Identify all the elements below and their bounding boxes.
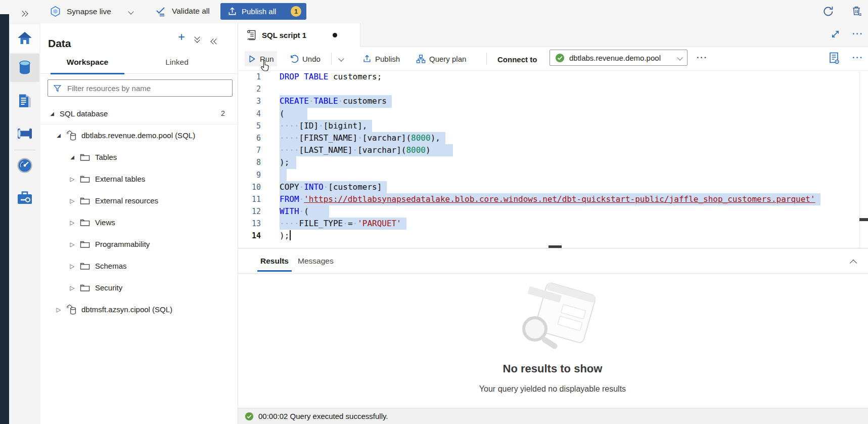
connected-pool-name: dbtlabs.revenue.demo.pool — [569, 54, 673, 62]
add-resource-button[interactable]: + — [178, 31, 185, 43]
code-line-text: COPY·INTO·[customers] — [280, 181, 387, 193]
run-button[interactable]: Run — [245, 51, 277, 66]
line-number: 6 — [238, 132, 261, 144]
tree-item-schemas[interactable]: ▷ Schemas — [40, 255, 238, 277]
sql-script-icon — [246, 29, 257, 41]
status-message: 00:00:02 Query executed successfully. — [258, 412, 388, 420]
collapse-all-icon[interactable] — [195, 35, 199, 42]
line-number: 9 — [238, 169, 261, 181]
line-number: 3 — [238, 95, 261, 107]
tab-workspace[interactable]: Workspace — [51, 51, 124, 74]
tab-linked[interactable]: Linked — [142, 51, 212, 74]
nav-integrate-button[interactable] — [10, 119, 39, 148]
line-number: 2 — [238, 83, 261, 95]
code-line-14[interactable]: 14); — [238, 230, 859, 242]
code-line-11[interactable]: 11FROM·'https://dbtlabsynapsedatalake.bl… — [238, 193, 859, 205]
tree-item-sql-database[interactable]: ◢SQL database2 — [40, 103, 238, 124]
line-number: 7 — [238, 144, 261, 156]
code-line-text: FROM·'https://dbtlabsynapsedatalake.blob… — [280, 193, 820, 205]
code-line-2[interactable]: 2 — [238, 83, 859, 95]
caret-collapsed-icon[interactable]: ▷ — [55, 306, 63, 313]
environment-switcher[interactable]: Synapse live — [50, 6, 133, 17]
nav-data-button[interactable] — [10, 54, 39, 82]
code-line-6[interactable]: 6····[FIRST_NAME]·[varchar](8000), — [238, 132, 859, 144]
tab-bar-more-icon[interactable]: ··· — [852, 29, 863, 38]
code-line-3[interactable]: 3CREATE·TABLE·customers — [238, 95, 859, 107]
tree-item-dbtlabs-revenue-demo-pool-sql[interactable]: ◢ dbtlabs.revenue.demo.pool (SQL) — [40, 124, 238, 146]
validate-all-button[interactable]: Validate all — [155, 5, 210, 17]
caret-expanded-icon[interactable]: ◢ — [68, 154, 76, 160]
tree-item-tables[interactable]: ◢ Tables — [40, 146, 238, 168]
tree-item-label: SQL database — [60, 109, 108, 118]
tree-item-views[interactable]: ▷ Views — [40, 211, 238, 233]
tree-item-external-resources[interactable]: ▷ External resources — [40, 190, 238, 211]
sql-pool-icon — [66, 130, 77, 141]
toolbar-more-icon[interactable]: ··· — [697, 53, 708, 62]
develop-icon — [17, 93, 32, 109]
code-line-5[interactable]: 5····[ID]·[bigint], — [238, 120, 859, 132]
run-options-chevron[interactable] — [336, 51, 346, 66]
caret-collapsed-icon[interactable]: ▷ — [68, 219, 76, 226]
nav-manage-button[interactable] — [10, 184, 39, 212]
publish-button[interactable]: Publish — [359, 51, 403, 66]
code-line-13[interactable]: 13····FILE_TYPE·=·'PARQUET' — [238, 218, 859, 230]
collapse-pane-icon[interactable] — [211, 36, 218, 46]
no-results-subtitle: Your query yielded no displayable result… — [426, 385, 679, 394]
chevron-down-icon — [677, 55, 682, 60]
code-line-text: ····[ID]·[bigint], — [280, 120, 372, 132]
code-line-8[interactable]: 8); — [238, 156, 859, 168]
refresh-icon[interactable] — [822, 5, 835, 18]
code-line-9[interactable]: 9 — [238, 169, 859, 181]
editor-vertical-scrollbar-thumb[interactable] — [859, 218, 868, 221]
collapse-results-chevron[interactable] — [851, 259, 856, 268]
undo-button[interactable]: Undo — [287, 51, 324, 66]
caret-collapsed-icon[interactable]: ▷ — [68, 241, 76, 248]
tree-item-external-tables[interactable]: ▷ External tables — [40, 168, 238, 190]
caret-collapsed-icon[interactable]: ▷ — [68, 263, 76, 270]
caret-collapsed-icon[interactable]: ▷ — [68, 176, 76, 183]
code-line-1[interactable]: 1DROP TABLE customers; — [238, 71, 859, 83]
tab-sql-script-1[interactable]: SQL script 1 — [238, 23, 360, 47]
line-number: 10 — [238, 181, 261, 193]
integrate-icon — [16, 126, 33, 141]
monitor-icon — [17, 157, 33, 174]
line-number: 12 — [238, 205, 261, 218]
editor-scrollbar-track — [859, 71, 860, 248]
discard-trash-icon[interactable] — [850, 5, 863, 18]
query-plan-button[interactable]: Query plan — [413, 51, 469, 66]
toolbar-overflow-icon[interactable]: ··· — [852, 53, 863, 62]
caret-expanded-icon[interactable]: ◢ — [48, 111, 56, 116]
text-cursor — [290, 230, 291, 240]
nav-develop-button[interactable] — [10, 87, 39, 115]
tree-item-programmability[interactable]: ▷ Programmability — [40, 233, 238, 255]
code-line-text: ····FILE_TYPE·=·'PARQUET' — [280, 218, 406, 230]
connect-pool-dropdown[interactable]: dbtlabs.revenue.demo.pool — [550, 50, 688, 66]
code-lines: 1DROP TABLE customers;23CREATE·TABLE·cus… — [238, 71, 859, 242]
tree-item-label: Schemas — [95, 262, 127, 270]
tab-messages[interactable]: Messages — [298, 248, 334, 273]
caret-expanded-icon[interactable]: ◢ — [55, 133, 63, 138]
code-line-12[interactable]: 12WITH·( — [238, 205, 859, 218]
data-icon — [17, 60, 32, 76]
nav-home-button[interactable] — [10, 24, 39, 53]
code-line-10[interactable]: 10COPY·INTO·[customers] — [238, 181, 859, 193]
expand-editor-icon[interactable] — [831, 29, 840, 39]
caret-collapsed-icon[interactable]: ▷ — [68, 197, 76, 204]
publish-all-button[interactable]: Publish all 1 — [220, 3, 306, 20]
code-line-text: CREATE·TABLE·customers — [280, 95, 392, 107]
publish-count-badge: 1 — [291, 6, 301, 17]
publish-icon — [227, 7, 237, 16]
unsaved-changes-dot — [333, 33, 337, 37]
nav-monitor-button[interactable] — [10, 151, 39, 180]
code-line-4[interactable]: 4( — [238, 108, 859, 120]
properties-icon[interactable] — [828, 52, 840, 65]
caret-collapsed-icon[interactable]: ▷ — [68, 284, 76, 291]
sql-code-editor[interactable]: 1DROP TABLE customers;23CREATE·TABLE·cus… — [238, 71, 859, 248]
filter-resources-input[interactable] — [66, 83, 227, 93]
tree-item-dbtmsft-azsyn-cipool-sql[interactable]: ▷ dbtmsft.azsyn.cipool (SQL) — [40, 299, 238, 320]
manage-icon — [16, 190, 33, 206]
tab-results[interactable]: Results — [260, 248, 289, 273]
code-line-7[interactable]: 7····[LAST_NAME]·[varchar](8000) — [238, 144, 859, 156]
expand-sidebar-icon[interactable] — [20, 9, 27, 18]
tree-item-security[interactable]: ▷ Security — [40, 277, 238, 299]
